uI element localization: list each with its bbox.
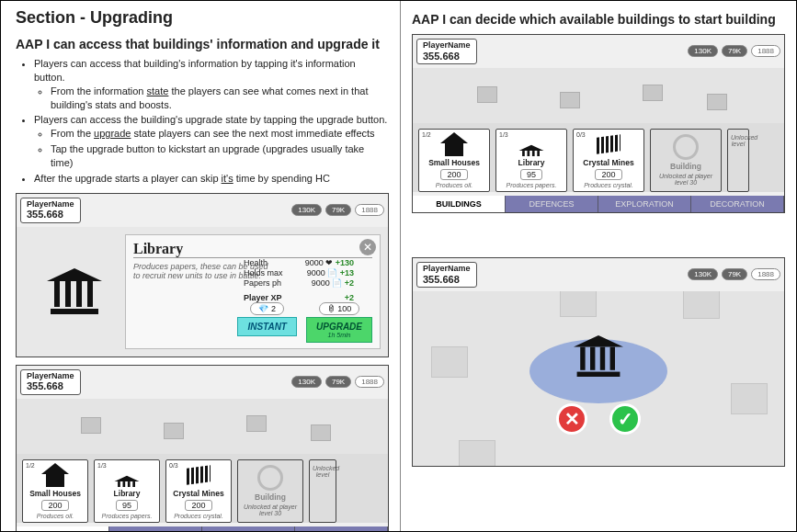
card-small-houses[interactable]: 1/2 Small Houses200Produces oil. (418, 129, 490, 192)
library-icon (574, 335, 623, 377)
card-locked-edge: Unlocked level (727, 129, 749, 192)
mock-placement: PlayerName355.668 130K 79K 1888 ✕ ✓ (412, 257, 785, 467)
card-library[interactable]: 1/3 Library95Produces papers. (495, 129, 567, 192)
confirm-button[interactable]: ✓ (609, 403, 641, 435)
library-icon (115, 475, 140, 486)
hdr-pill-2: 79K (325, 204, 351, 216)
crystal-icon (595, 132, 622, 156)
tab-decoration[interactable]: DECORATION (295, 526, 388, 531)
upgrade-cost: 🛢 100 (319, 302, 360, 315)
card-locked: Building Unlocked at player level 30 (237, 459, 303, 523)
spiral-icon (673, 134, 699, 160)
mock-build-menu-right: PlayerName355.668 130K 79K 1888 1/2 Smal… (412, 34, 785, 213)
tab-buildings[interactable]: BUILDINGS (17, 526, 109, 531)
tab-buildings[interactable]: BUILDINGS (413, 196, 506, 212)
card-small-houses[interactable]: 1/2 Small Houses 200 Produces oil. (22, 459, 88, 523)
bullet-1a: From the information state the players c… (51, 85, 389, 112)
card-locked-edge: Unlocked level (309, 459, 336, 523)
bullet-2b: Tap the upgrade button to kickstart an u… (51, 142, 389, 170)
player-pill: PlayerName 355.668 (20, 198, 81, 223)
card-crystal-mines[interactable]: 0/3 Crystal Mines200Produces crystal. (573, 129, 644, 192)
bullet-2a: From the upgrade state players can see t… (51, 127, 389, 141)
library-icon (47, 268, 102, 314)
stat-block: Health9000 ❤ +130 Holds max9000 📄 +13 Pa… (244, 257, 354, 303)
left-column: Section - Upgrading AAP I can access tha… (1, 1, 401, 531)
tab-bar: BUILDINGS DEFENCES EXPLORATION DECORATIO… (17, 526, 388, 531)
hdr-pill-3: 1888 (355, 204, 384, 216)
upgrade-button[interactable]: UPGRADE1h 5min (306, 317, 372, 343)
tab-defences[interactable]: DEFENCES (109, 526, 202, 531)
instant-cost: 💎 2 (250, 302, 284, 315)
bullet-list: Players can access that building's infor… (34, 57, 389, 186)
card-crystal-mines[interactable]: 0/3 Crystal Mines 200 Produces crystal. (165, 459, 232, 523)
instant-button[interactable]: INSTANT (237, 317, 297, 336)
mock-library-detail: PlayerName 355.668 130K 79K 1888 ✕ Li (16, 193, 389, 357)
spiral-icon (257, 465, 283, 491)
left-subtitle: AAP I can access that buildings' informa… (16, 37, 389, 51)
detail-title: Library (133, 241, 372, 258)
tab-exploration[interactable]: EXPLORATION (202, 526, 295, 531)
card-library[interactable]: 1/3 Library 95 Produces papers. (94, 459, 160, 523)
house-icon (440, 132, 468, 156)
tab-defences[interactable]: DEFENCES (506, 196, 598, 212)
player-pill: PlayerName355.668 (20, 369, 81, 395)
hdr-pill-1: 130K (291, 204, 322, 216)
bullet-3: After the upgrade starts a player can sk… (34, 172, 389, 186)
tab-exploration[interactable]: EXPLORATION (598, 196, 691, 212)
right-subtitle: AAP I can decide which available buildin… (412, 12, 785, 27)
close-button[interactable]: ✕ (359, 239, 376, 255)
card-locked: BuildingUnlocked at player level 30 (650, 129, 722, 192)
right-column: AAP I can decide which available buildin… (401, 1, 796, 531)
library-icon (519, 145, 544, 156)
bullet-1: Players can access that building's infor… (34, 57, 389, 111)
crystal-icon (185, 463, 212, 487)
tab-decoration[interactable]: DECORATION (691, 196, 784, 212)
bullet-2: Players can access the building's upgrad… (34, 113, 389, 169)
section-title: Section - Upgrading (16, 8, 389, 28)
house-icon (41, 463, 69, 487)
mock-build-menu-left: PlayerName355.668 130K 79K 1888 1/2 Sma (16, 365, 389, 531)
cancel-button[interactable]: ✕ (556, 403, 587, 435)
